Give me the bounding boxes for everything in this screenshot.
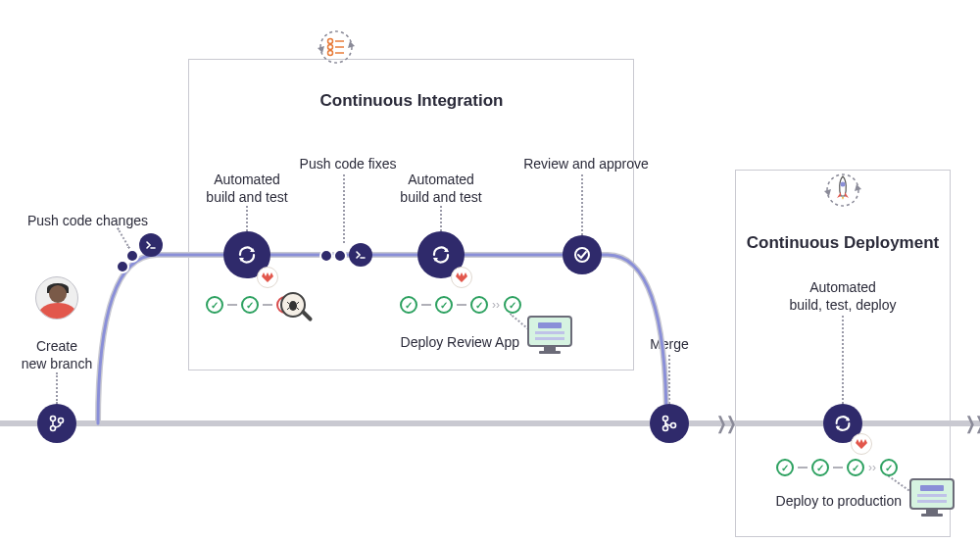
approve-node <box>563 235 602 274</box>
dotted-connector <box>117 227 130 249</box>
arrow-right-icon: ❯❯ <box>716 413 737 434</box>
pipeline-status-pass-cd: ✓ ✓ ✓ ›› ✓ <box>776 459 898 476</box>
production-monitor-icon <box>909 478 955 518</box>
check-icon: ✓ <box>847 459 864 476</box>
auto-build-test-2-label: Automated build and test <box>390 171 492 206</box>
svg-point-18 <box>289 301 297 311</box>
check-icon: ✓ <box>400 296 417 314</box>
git-merge-icon <box>660 414 679 433</box>
svg-point-10 <box>841 182 846 187</box>
push-changes-label: Push code changes <box>27 212 165 229</box>
create-branch-label: Create new branch <box>18 337 96 372</box>
terminal-node <box>139 233 163 257</box>
pipeline-status-pass: ✓ ✓ ✓ ›› ✓ <box>400 296 521 314</box>
svg-point-4 <box>328 45 333 50</box>
review-approve-label: Review and approve <box>517 155 655 173</box>
git-branch-icon <box>47 414 67 433</box>
branch-node <box>37 404 76 443</box>
svg-point-15 <box>59 419 64 423</box>
terminal-icon <box>145 239 157 251</box>
cd-title: Continuous Deployment <box>735 232 951 254</box>
check-circle-icon <box>572 245 592 265</box>
gitlab-badge-icon <box>451 267 472 288</box>
ci-title: Continuous Integration <box>235 90 588 112</box>
auto-build-test-deploy-label: Automated build, test, deploy <box>782 278 904 314</box>
dotted-connector <box>668 355 670 404</box>
svg-point-13 <box>51 417 56 421</box>
push-fixes-label: Push code fixes <box>294 155 402 173</box>
auto-build-test-1-label: Automated build and test <box>196 171 298 206</box>
check-icon: ✓ <box>776 459 794 476</box>
check-icon: ✓ <box>811 459 829 476</box>
dotted-connector <box>56 372 58 404</box>
check-icon: ✓ <box>470 296 488 314</box>
merge-node <box>650 404 689 443</box>
deploy-review-app-label: Deploy Review App <box>382 333 519 351</box>
svg-line-19 <box>287 302 289 304</box>
ci-header-icon <box>309 20 364 74</box>
cd-header-icon <box>815 163 870 218</box>
svg-point-2 <box>328 39 333 44</box>
dotted-connector <box>440 206 442 231</box>
commit-dot <box>319 249 333 263</box>
check-icon: ✓ <box>241 296 259 314</box>
svg-point-27 <box>663 426 668 431</box>
terminal-node <box>349 243 372 267</box>
dotted-connector <box>581 174 583 235</box>
svg-point-6 <box>328 51 333 56</box>
check-icon: ✓ <box>880 459 898 476</box>
dotted-connector <box>343 174 345 243</box>
merge-label: Merge <box>645 335 694 353</box>
arrow-right-icon: ❯❯ <box>965 413 981 434</box>
user-avatar <box>35 276 78 320</box>
bug-magnifier-icon <box>280 292 306 318</box>
svg-line-22 <box>297 308 299 310</box>
check-icon: ✓ <box>435 296 453 314</box>
dotted-connector <box>246 206 248 231</box>
svg-point-14 <box>51 426 56 431</box>
deploy-production-label: Deploy to production <box>755 492 902 510</box>
svg-line-20 <box>297 302 299 304</box>
svg-point-28 <box>671 423 676 428</box>
terminal-icon <box>355 249 367 261</box>
gitlab-badge-icon <box>257 267 278 288</box>
svg-line-21 <box>287 308 289 310</box>
cycle-icon <box>235 243 259 267</box>
cycle-icon <box>429 243 453 267</box>
review-app-monitor-icon <box>527 316 572 355</box>
chevron-right-icon: ›› <box>868 461 876 474</box>
commit-dot <box>333 249 347 263</box>
check-icon: ✓ <box>504 296 521 314</box>
check-icon: ✓ <box>206 296 223 314</box>
chevron-right-icon: ›› <box>492 298 500 312</box>
gitlab-badge-icon <box>851 433 872 455</box>
svg-point-26 <box>663 417 668 421</box>
commit-dot <box>116 260 129 273</box>
commit-dot <box>125 249 139 263</box>
dotted-connector <box>842 316 844 404</box>
cycle-icon <box>832 413 854 434</box>
